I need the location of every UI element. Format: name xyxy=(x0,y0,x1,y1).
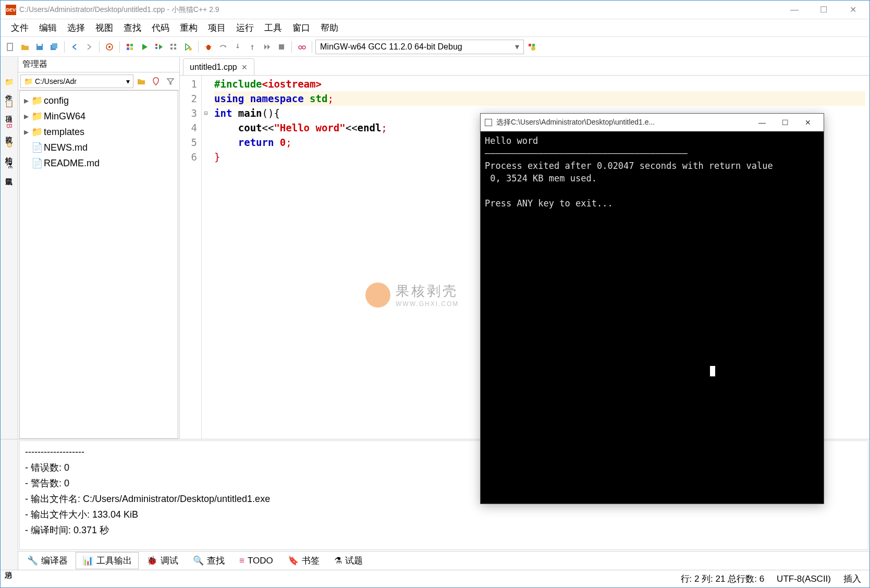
svg-rect-4 xyxy=(52,43,57,48)
bottom-left-label: 消息 xyxy=(1,561,16,570)
open-folder-icon[interactable] xyxy=(18,40,32,54)
tab-label: untitled1.cpp xyxy=(190,63,237,72)
filter-button[interactable] xyxy=(164,75,177,88)
console-minimize-button[interactable]: ― xyxy=(751,118,774,127)
menu-file[interactable]: 文件 xyxy=(6,20,34,36)
tree-item[interactable]: ▸📁config xyxy=(20,93,178,108)
glasses-icon[interactable] xyxy=(295,40,309,54)
svg-point-24 xyxy=(299,46,302,49)
tab-exam[interactable]: ⚗试题 xyxy=(327,552,370,569)
line-numbers: 123456 xyxy=(180,76,202,439)
step-into-icon[interactable] xyxy=(231,40,244,54)
fold-gutter: ⊟ xyxy=(202,76,210,439)
maximize-button[interactable]: ☐ xyxy=(809,1,838,19)
svg-point-28 xyxy=(531,46,535,51)
sidebar: 管理器 📁 C:/Users/Adr▾ ▸📁config ▸📁MinGW64 ▸… xyxy=(18,57,180,439)
compile-run-icon[interactable] xyxy=(152,40,166,54)
console-title-text: 选择C:\Users\Administrator\Desktop\untitle… xyxy=(496,118,655,127)
open-folder-button[interactable] xyxy=(134,75,148,88)
save-icon[interactable] xyxy=(33,40,46,54)
window-title: C:/Users/Administrator/Desktop/untitled1… xyxy=(19,5,780,15)
path-input[interactable]: 📁 C:/Users/Adr▾ xyxy=(20,75,133,88)
compiler-settings-icon[interactable] xyxy=(525,40,538,54)
target-icon[interactable] xyxy=(103,40,116,54)
tree-item[interactable]: ▸📁templates xyxy=(20,124,178,140)
tree-item[interactable]: 📄README.md xyxy=(20,155,178,171)
left-tab-watch[interactable]: ᵇB监视 xyxy=(1,115,18,136)
menu-view[interactable]: 视图 xyxy=(90,20,118,36)
editor-tab[interactable]: untitled1.cpp ✕ xyxy=(183,58,254,75)
new-file-icon[interactable] xyxy=(4,40,17,54)
menu-refactor[interactable]: 重构 xyxy=(175,20,203,36)
run-icon[interactable] xyxy=(138,40,151,54)
menu-project[interactable]: 项目 xyxy=(203,20,231,36)
status-mode: 插入 xyxy=(843,573,861,585)
left-tab-problems[interactable]: ⚗试题集 xyxy=(1,156,18,177)
svg-rect-2 xyxy=(38,44,42,46)
app-icon: DEV xyxy=(6,5,16,15)
menu-run[interactable]: 运行 xyxy=(231,20,259,36)
menu-edit[interactable]: 编辑 xyxy=(34,20,62,36)
left-tab-files[interactable]: 📁文件 xyxy=(1,72,18,94)
dropdown-icon: ▾ xyxy=(515,42,519,52)
file-tree: ▸📁config ▸📁MinGW64 ▸📁templates 📄NEWS.md … xyxy=(19,90,178,439)
console-cursor xyxy=(710,366,715,376)
svg-rect-10 xyxy=(130,47,133,50)
toolbar: MinGW-w64 GCC 11.2.0 64-bit Debug ▾ xyxy=(1,37,869,57)
console-close-button[interactable]: ✕ xyxy=(797,118,819,127)
tab-tool-output[interactable]: 📊工具输出 xyxy=(76,552,139,569)
svg-rect-15 xyxy=(170,47,173,50)
menu-select[interactable]: 选择 xyxy=(62,20,90,36)
menu-help[interactable]: 帮助 xyxy=(315,20,344,36)
close-button[interactable]: ✕ xyxy=(838,1,867,19)
tree-item[interactable]: 📄NEWS.md xyxy=(20,140,178,155)
svg-rect-0 xyxy=(7,43,13,51)
debug-icon[interactable] xyxy=(202,40,215,54)
tree-item[interactable]: ▸📁MinGW64 xyxy=(20,108,178,124)
titlebar: DEV C:/Users/Administrator/Desktop/untit… xyxy=(1,1,869,19)
menu-window[interactable]: 窗口 xyxy=(287,20,315,36)
menubar: 文件 编辑 选择 视图 查找 代码 重构 项目 运行 工具 窗口 帮助 xyxy=(1,19,869,37)
tab-bookmarks[interactable]: 🔖书签 xyxy=(281,552,326,569)
svg-rect-9 xyxy=(127,47,129,50)
stop-icon[interactable] xyxy=(275,40,288,54)
svg-rect-11 xyxy=(155,44,157,46)
menu-code[interactable]: 代码 xyxy=(146,20,175,36)
svg-rect-12 xyxy=(155,47,157,49)
continue-icon[interactable] xyxy=(260,40,274,54)
svg-rect-27 xyxy=(532,44,535,46)
left-tab-project[interactable]: 📋项目 xyxy=(1,94,18,115)
editor-tabs: untitled1.cpp ✕ xyxy=(180,57,869,76)
tab-compiler[interactable]: 🔧编译器 xyxy=(20,552,75,569)
svg-line-19 xyxy=(205,46,206,47)
console-maximize-button[interactable]: ☐ xyxy=(774,118,797,127)
svg-rect-14 xyxy=(174,44,176,46)
compiler-select[interactable]: MinGW-w64 GCC 11.2.0 64-bit Debug ▾ xyxy=(315,40,524,54)
svg-rect-26 xyxy=(529,44,531,46)
locate-button[interactable] xyxy=(149,75,163,88)
tab-close-icon[interactable]: ✕ xyxy=(241,63,248,71)
console-icon xyxy=(485,119,492,126)
bottom-tabs: 🔧编译器 📊工具输出 🐞调试 🔍查找 ≡TODO 🔖书签 ⚗试题 xyxy=(18,551,869,570)
save-all-icon[interactable] xyxy=(47,40,61,54)
sidebar-title: 管理器 xyxy=(18,57,179,72)
minimize-button[interactable]: ― xyxy=(780,1,809,19)
run-params-icon[interactable] xyxy=(181,40,195,54)
statusbar: 行: 2 列: 21 总行数: 6 UTF-8(ASCII) 插入 xyxy=(1,570,869,587)
compile-icon[interactable] xyxy=(123,40,137,54)
svg-rect-23 xyxy=(279,44,284,50)
console-titlebar[interactable]: 选择C:\Users\Administrator\Desktop\untitle… xyxy=(481,114,824,131)
main-window: DEV C:/Users/Administrator/Desktop/untit… xyxy=(0,0,870,588)
console-body[interactable]: Hello word ―――――――――――――――――――――――――――――… xyxy=(481,131,824,504)
step-out-icon[interactable] xyxy=(246,40,259,54)
rebuild-icon[interactable] xyxy=(167,40,180,54)
forward-icon[interactable] xyxy=(82,40,96,54)
left-tab-structure[interactable]: ⚙结构 xyxy=(1,136,18,156)
tab-todo[interactable]: ≡TODO xyxy=(232,553,280,569)
tab-debug[interactable]: 🐞调试 xyxy=(140,552,185,569)
menu-tools[interactable]: 工具 xyxy=(259,20,287,36)
back-icon[interactable] xyxy=(68,40,81,54)
menu-find[interactable]: 查找 xyxy=(118,20,146,36)
step-over-icon[interactable] xyxy=(216,40,230,54)
tab-search[interactable]: 🔍查找 xyxy=(186,552,231,569)
